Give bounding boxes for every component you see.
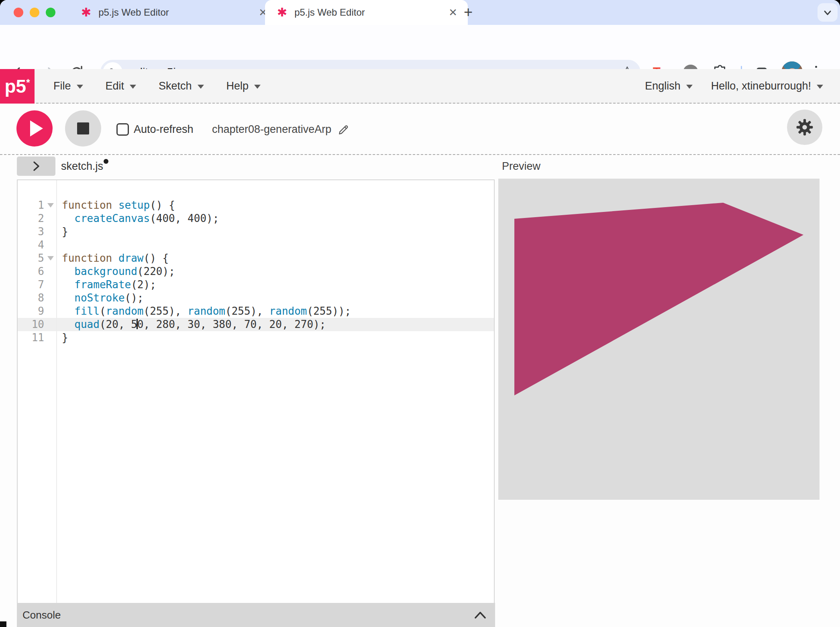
line-number-gutter: 3 [18, 225, 56, 238]
stop-icon [77, 122, 89, 134]
code-line[interactable]: 3} [18, 225, 494, 238]
line-number-gutter: 2 [18, 212, 56, 225]
chevron-down-icon [198, 85, 204, 89]
browser-tab-inactive[interactable]: ✱ p5.js Web Editor ✕ [60, 0, 278, 25]
console-expand-button[interactable] [473, 610, 487, 620]
chevron-down-icon [817, 85, 823, 89]
line-number-gutter: 10 [18, 318, 56, 331]
chevron-down-icon [130, 85, 136, 89]
menu-bar: File Edit Sketch Help [53, 69, 283, 103]
line-number-gutter: 7 [18, 278, 56, 291]
unsaved-indicator-dot [104, 159, 108, 164]
line-number-gutter: 8 [18, 291, 56, 305]
code-line[interactable]: 9 fill(random(255), random(255), random(… [18, 305, 494, 318]
tab-title: p5.js Web Editor [294, 7, 449, 18]
macos-close-button[interactable] [14, 8, 23, 17]
p5-favicon-icon: ✱ [277, 6, 287, 18]
tab-search-chevron-button[interactable] [818, 3, 838, 22]
chevron-down-icon [254, 85, 261, 89]
p5-nav-bar: p5* File Edit Sketch Help English Hello,… [0, 69, 840, 104]
menu-sketch[interactable]: Sketch [159, 80, 204, 92]
code-line[interactable]: 6 background(220); [18, 265, 494, 278]
chevron-down-icon [686, 85, 693, 89]
p5-favicon-icon: ✱ [81, 6, 91, 18]
browser-toolbar: editor.p5js.org Tp W [0, 25, 840, 69]
p5-logo-asterisk: * [26, 77, 30, 88]
browser-tab-active[interactable]: ✱ p5.js Web Editor ✕ [265, 0, 468, 25]
sidebar-expand-button[interactable] [17, 157, 55, 176]
code-line[interactable]: 1function setup() { [18, 199, 494, 212]
file-tab-row: sketch.js [0, 155, 840, 179]
tab-close-icon[interactable]: ✕ [449, 6, 457, 19]
code-line[interactable]: 8 noStroke(); [18, 291, 494, 305]
window-corner-artifact [0, 621, 6, 627]
preview-canvas [498, 179, 820, 500]
auto-refresh-checkbox[interactable] [116, 123, 129, 136]
fold-arrow-icon[interactable] [47, 203, 54, 208]
code-line[interactable]: 7 frameRate(2); [18, 278, 494, 291]
new-tab-button[interactable]: + [460, 4, 476, 20]
menu-help[interactable]: Help [226, 80, 261, 92]
code-lines: 1function setup() {2 createCanvas(400, 4… [18, 199, 494, 344]
code-line[interactable]: 4 [18, 238, 494, 252]
fold-arrow-icon[interactable] [47, 256, 54, 261]
gear-icon [795, 118, 814, 136]
code-line[interactable]: 11} [18, 331, 494, 344]
auto-refresh-label: Auto-refresh [134, 104, 194, 155]
language-dropdown[interactable]: English [645, 80, 693, 92]
account-dropdown[interactable]: Hello, xtineburrough! [711, 80, 823, 92]
chevron-down-icon [77, 85, 83, 89]
console-label: Console [22, 609, 61, 621]
tab-title: p5.js Web Editor [98, 7, 259, 18]
edit-pencil-icon[interactable] [338, 124, 350, 136]
nav-right: English Hello, xtineburrough! [645, 69, 823, 103]
tab-strip: ✱ p5.js Web Editor ✕ ✱ p5.js Web Editor … [0, 0, 840, 25]
sketch-toolbar: Auto-refresh chapter08-generativeArp [0, 104, 840, 155]
settings-button[interactable] [787, 110, 822, 145]
p5-logo[interactable]: p5* [0, 69, 35, 104]
code-line[interactable]: 5function draw() { [18, 252, 494, 265]
menu-edit[interactable]: Edit [106, 80, 137, 92]
chevron-right-icon [30, 160, 42, 172]
line-number-gutter: 11 [18, 331, 56, 344]
stop-button[interactable] [65, 110, 101, 147]
file-tab-sketch-js[interactable]: sketch.js [61, 155, 103, 177]
line-number-gutter: 1 [18, 199, 56, 212]
browser-window: ✱ p5.js Web Editor ✕ ✱ p5.js Web Editor … [0, 0, 840, 627]
code-editor[interactable]: 1function setup() {2 createCanvas(400, 4… [17, 179, 495, 603]
macos-minimize-button[interactable] [30, 8, 39, 17]
line-number-gutter: 4 [18, 238, 56, 252]
project-name[interactable]: chapter08-generativeArp [212, 104, 331, 155]
macos-zoom-button[interactable] [46, 8, 55, 17]
p5-logo-text: p5 [4, 75, 26, 97]
play-icon [30, 120, 43, 136]
preview-label: Preview [502, 160, 540, 173]
line-number-gutter: 9 [18, 305, 56, 318]
line-number-gutter: 6 [18, 265, 56, 278]
console-bar[interactable]: Console [17, 603, 495, 627]
code-line[interactable]: 2 createCanvas(400, 400); [18, 212, 494, 225]
line-number-gutter: 5 [18, 252, 56, 265]
gutter-divider [56, 180, 57, 603]
menu-file[interactable]: File [53, 80, 83, 92]
chevron-down-icon [822, 7, 833, 18]
play-button[interactable] [16, 110, 53, 147]
code-line[interactable]: 10 quad(20, 50, 280, 30, 380, 70, 20, 27… [18, 318, 494, 331]
